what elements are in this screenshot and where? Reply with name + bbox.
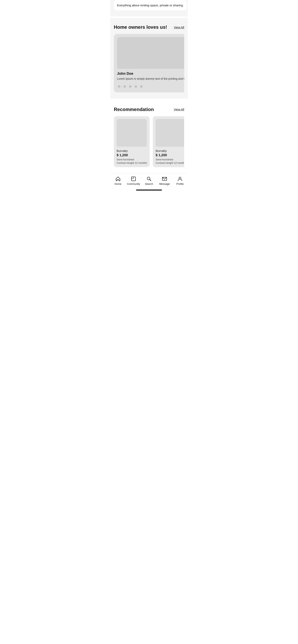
recommendation-header: Recommendation View All [114, 107, 184, 112]
nav-item-home[interactable]: Home [110, 176, 126, 186]
home-owners-title: Home owners loves us! [114, 24, 167, 30]
home-indicator [110, 187, 188, 193]
reviews-scroll: John Doe Lorem Ipsum is simply dummy tex… [114, 34, 184, 92]
svg-line-3 [150, 180, 151, 181]
star-2: ★ [122, 84, 127, 89]
message-icon [162, 176, 167, 182]
nav-item-message[interactable]: Message [157, 176, 172, 186]
nav-label-message: Message [159, 182, 170, 186]
nav-label-search: Search [145, 182, 153, 186]
star-4: ★ [134, 84, 138, 89]
nav-label-home: Home [115, 182, 122, 186]
review-card-1: John Doe Lorem Ipsum is simply dummy tex… [114, 34, 184, 92]
property-price-1: $ 1,200 [117, 153, 147, 157]
star-1: ★ [117, 84, 121, 89]
top-card-1: Everything about renting space, private … [114, 0, 187, 10]
reviewer-text-1: Lorem Ipsum is simply dummy text of the … [117, 77, 184, 81]
nav-item-search[interactable]: Search [141, 176, 157, 186]
svg-rect-0 [131, 177, 135, 181]
reviewer-name-1: John Doe [117, 72, 184, 76]
page-wrapper: Everything about renting space, private … [110, 0, 188, 193]
home-owners-header: Home owners loves us! View All [114, 24, 184, 30]
home-icon [115, 176, 121, 182]
profile-icon [177, 176, 183, 182]
nav-item-profile[interactable]: Profile [172, 176, 188, 186]
nav-item-community[interactable]: Community [126, 176, 141, 186]
recommendation-title: Recommendation [114, 107, 154, 112]
home-indicator-bar [136, 190, 162, 190]
recommendation-cards: Burnaby $ 1,200 Semi-furnished Contract … [114, 116, 184, 167]
home-owners-section: Home owners loves us! View All John Doe … [110, 18, 188, 99]
property-contract-2: Contract lenght 12 months [156, 162, 184, 164]
nav-label-profile: Profile [176, 182, 184, 186]
nav-label-community: Community [127, 182, 140, 186]
svg-point-5 [179, 177, 181, 179]
property-price-2: $ 1,200 [156, 153, 184, 157]
property-furnished-2: Semi-furnished [156, 158, 184, 161]
recommendation-section: Recommendation View All Burnaby $ 1,200 … [110, 100, 188, 174]
property-contract-1: Contract lenght 12 months [117, 162, 147, 164]
stars-1: ★ ★ ★ ★ ★ [117, 84, 184, 89]
property-city-1: Burnaby [117, 149, 147, 152]
top-cards-section: Everything about renting space, private … [110, 0, 188, 16]
home-owners-view-all[interactable]: View All [174, 26, 184, 29]
star-5: ★ [139, 84, 144, 89]
search-icon [146, 176, 152, 182]
property-city-2: Burnaby [156, 149, 184, 152]
star-3: ★ [128, 84, 132, 89]
property-card-1[interactable]: Burnaby $ 1,200 Semi-furnished Contract … [114, 116, 150, 167]
recommendation-view-all[interactable]: View All [174, 108, 184, 111]
review-image-1 [117, 37, 184, 69]
top-card-1-text: Everything about renting space, private … [117, 3, 184, 7]
property-image-1 [117, 119, 147, 147]
property-card-2[interactable]: Burnaby $ 1,200 Semi-furnished Contract … [153, 116, 184, 167]
property-image-2 [156, 119, 184, 147]
property-furnished-1: Semi-furnished [117, 158, 147, 161]
community-icon [131, 176, 136, 182]
bottom-nav: Home Community Search [110, 174, 188, 187]
